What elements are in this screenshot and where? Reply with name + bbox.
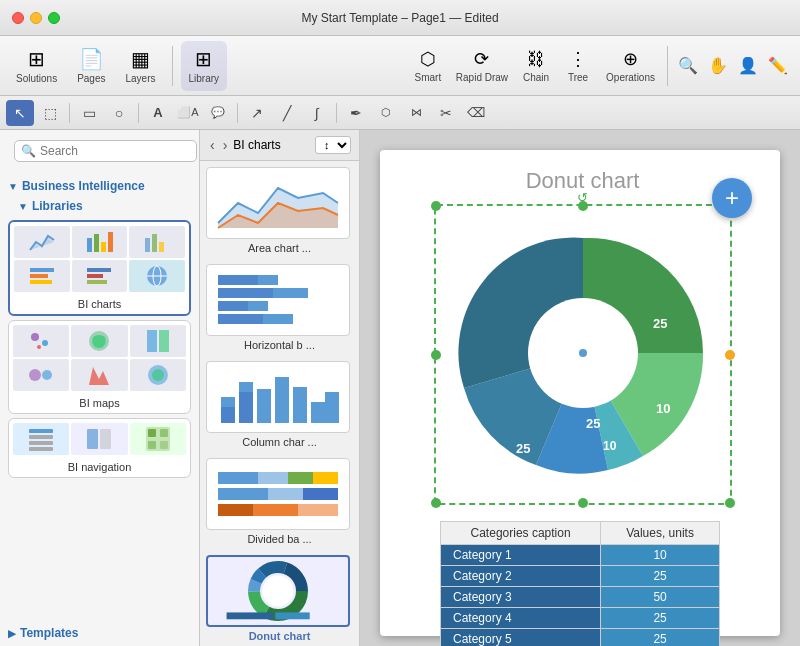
handle-mr[interactable]: [725, 350, 735, 360]
svg-rect-55: [325, 392, 339, 423]
svg-text:10: 10: [603, 439, 617, 453]
smart-icon: ⬡: [420, 48, 436, 70]
templates-link[interactable]: ▶ Templates: [0, 620, 199, 646]
map-thumb-1: [13, 325, 69, 357]
arrow-tool[interactable]: ↗: [243, 100, 271, 126]
svg-point-74: [263, 576, 294, 607]
value-cell: 25: [601, 608, 720, 629]
pan-button[interactable]: ✋: [704, 53, 732, 79]
bi-charts-card[interactable]: BI charts: [8, 220, 191, 316]
chain-button[interactable]: ⛓ Chain: [516, 41, 556, 91]
donut-chart-selected-label: Donut chart: [206, 630, 353, 642]
textbox-tool[interactable]: ⬜A: [174, 100, 202, 126]
category-cell: Category 5: [441, 629, 601, 647]
svg-text:25: 25: [516, 441, 530, 456]
user-button[interactable]: 👤: [734, 53, 762, 79]
panel-sort-select[interactable]: ↕: [315, 136, 351, 154]
svg-rect-35: [148, 441, 156, 449]
minimize-button[interactable]: [30, 12, 42, 24]
svg-point-16: [31, 333, 39, 341]
bi-navigation-card[interactable]: BI navigation: [8, 418, 191, 478]
svg-rect-44: [218, 301, 248, 311]
edit-tool[interactable]: ⬡: [372, 100, 400, 126]
tree-button[interactable]: ⋮ Tree: [558, 41, 598, 91]
svg-rect-29: [29, 447, 53, 451]
panel-item-donut-chart[interactable]: Donut chart: [206, 555, 353, 642]
panel-forward-button[interactable]: ›: [221, 137, 230, 153]
nav-thumb-2: [71, 423, 127, 455]
callout-tool[interactable]: 💬: [204, 100, 232, 126]
panel-item-divided-bar[interactable]: Divided ba ...: [206, 458, 353, 545]
svg-rect-60: [313, 472, 338, 484]
handle-bm[interactable]: [578, 498, 588, 508]
rapid-draw-label: Rapid Draw: [456, 72, 508, 83]
libraries-subsection[interactable]: ▼ Libraries: [0, 196, 199, 216]
svg-rect-31: [100, 429, 111, 449]
pen-tool[interactable]: ✒: [342, 100, 370, 126]
line-tool[interactable]: ╱: [273, 100, 301, 126]
add-button[interactable]: +: [712, 178, 752, 218]
svg-rect-12: [87, 280, 107, 284]
rotation-handle[interactable]: ↺: [577, 190, 588, 205]
canvas-area[interactable]: + Donut chart ↺: [360, 130, 800, 646]
panel-item-horizontal-bar[interactable]: Horizontal b ...: [206, 264, 353, 351]
chart-selection-box[interactable]: ↺: [434, 204, 732, 505]
svg-text:50: 50: [533, 353, 549, 369]
panel-items: Area chart ... Horizontal: [200, 161, 359, 646]
close-button[interactable]: [12, 12, 24, 24]
panel-item-column-chart[interactable]: Column char ...: [206, 361, 353, 448]
column-chart-label: Column char ...: [206, 436, 353, 448]
divider-1: [172, 46, 173, 86]
svg-rect-5: [152, 234, 157, 252]
svg-rect-3: [108, 232, 113, 252]
subsection-arrow: ▼: [18, 201, 28, 212]
eraser-tool[interactable]: ⌫: [462, 100, 490, 126]
operations-label: Operations: [606, 72, 655, 83]
svg-rect-58: [258, 472, 288, 484]
rectangle-tool[interactable]: ▭: [75, 100, 103, 126]
operations-button[interactable]: ⊕ Operations: [600, 41, 661, 91]
area-chart-label: Area chart ...: [206, 242, 353, 254]
sidebar: 🔍 📌 ▼ Business Intelligence ▼ Libraries: [0, 130, 200, 646]
rapid-draw-button[interactable]: ⟳ Rapid Draw: [450, 41, 514, 91]
curve-tool[interactable]: ∫: [303, 100, 331, 126]
svg-rect-7: [30, 268, 54, 272]
panel-back-button[interactable]: ‹: [208, 137, 217, 153]
handle-tl[interactable]: [431, 201, 441, 211]
svg-rect-59: [288, 472, 313, 484]
maximize-button[interactable]: [48, 12, 60, 24]
pointer-tool[interactable]: ↖: [6, 100, 34, 126]
solutions-button[interactable]: ⊞ Solutions: [8, 41, 65, 91]
connect-tool[interactable]: ⋈: [402, 100, 430, 126]
search-input[interactable]: [40, 144, 190, 158]
chart-thumb-5: [72, 260, 128, 292]
text-tool[interactable]: A: [144, 100, 172, 126]
handle-ml[interactable]: [431, 350, 441, 360]
value-cell: 10: [601, 545, 720, 566]
business-intelligence-section[interactable]: ▼ Business Intelligence: [0, 176, 199, 196]
draw-button[interactable]: ✏️: [764, 53, 792, 79]
col-header-category: Categories caption: [441, 522, 601, 545]
handle-bl[interactable]: [431, 498, 441, 508]
nav-thumb-1: [13, 423, 69, 455]
break-tool[interactable]: ✂: [432, 100, 460, 126]
handle-br[interactable]: [725, 498, 735, 508]
pages-button[interactable]: 📄 Pages: [69, 41, 113, 91]
ellipse-tool[interactable]: ○: [105, 100, 133, 126]
bi-charts-grid: [14, 226, 185, 292]
svg-rect-46: [218, 314, 263, 324]
svg-rect-75: [227, 612, 274, 619]
layers-button[interactable]: ▦ Layers: [118, 41, 164, 91]
zoom-search-button[interactable]: 🔍: [674, 53, 702, 79]
panel-item-area-chart[interactable]: Area chart ...: [206, 167, 353, 254]
chain-label: Chain: [523, 72, 549, 83]
svg-text:25: 25: [586, 416, 600, 431]
selection-tool[interactable]: ⬚: [36, 100, 64, 126]
bi-maps-card[interactable]: BI maps: [8, 320, 191, 414]
column-chart-thumb: [206, 361, 350, 433]
search-bar[interactable]: 🔍: [14, 140, 197, 162]
smart-button[interactable]: ⬡ Smart: [408, 41, 448, 91]
svg-rect-48: [221, 407, 235, 423]
solutions-label: Solutions: [16, 73, 57, 84]
library-button[interactable]: ⊞ Library: [181, 41, 228, 91]
